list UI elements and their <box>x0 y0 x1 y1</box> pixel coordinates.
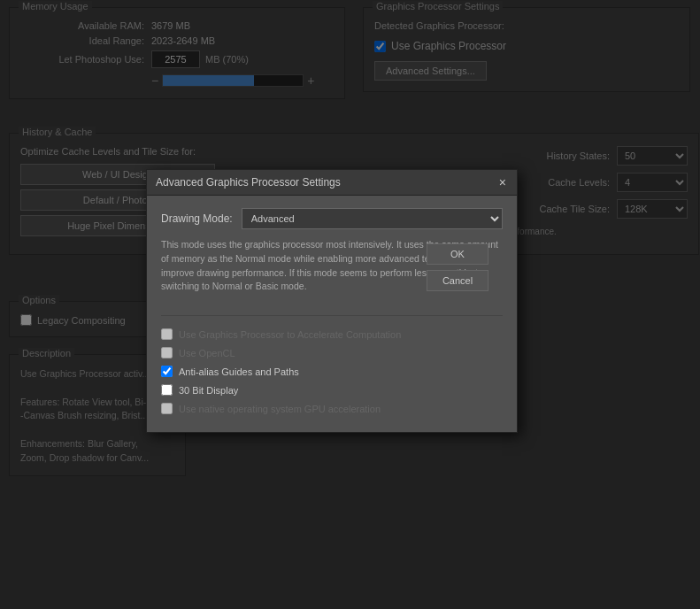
accelerate-computation-checkbox[interactable] <box>161 328 173 340</box>
drawing-mode-label: Drawing Mode: <box>161 212 233 225</box>
30bit-display-label: 30 Bit Display <box>179 385 238 396</box>
modal-titlebar: Advanced Graphics Processor Settings × <box>147 170 517 196</box>
anti-alias-row: Anti-alias Guides and Paths <box>161 366 503 377</box>
modal-title: Advanced Graphics Processor Settings <box>156 176 341 189</box>
main-panel: Memory Usage Available RAM: 3679 MB Idea… <box>0 0 700 609</box>
accelerate-computation-row: Use Graphics Processor to Accelerate Com… <box>161 328 503 340</box>
modal-checkboxes: Use Graphics Processor to Accelerate Com… <box>161 315 503 414</box>
30bit-display-row: 30 Bit Display <box>161 384 503 396</box>
drawing-mode-row: Drawing Mode: Basic Normal Advanced <box>161 208 503 229</box>
native-gpu-row: Use native operating system GPU accelera… <box>161 403 503 414</box>
anti-alias-checkbox[interactable] <box>161 366 173 377</box>
accelerate-computation-label: Use Graphics Processor to Accelerate Com… <box>179 329 401 340</box>
modal-close-button[interactable]: × <box>497 176 508 189</box>
use-opencl-label: Use OpenCL <box>179 348 235 358</box>
use-opencl-row: Use OpenCL <box>161 347 503 358</box>
native-gpu-checkbox[interactable] <box>161 403 173 414</box>
anti-alias-label: Anti-alias Guides and Paths <box>179 366 299 377</box>
advanced-gpu-modal: Advanced Graphics Processor Settings × D… <box>146 169 518 433</box>
modal-body: Drawing Mode: Basic Normal Advanced This… <box>147 196 517 432</box>
use-opencl-checkbox[interactable] <box>161 347 173 358</box>
drawing-mode-select[interactable]: Basic Normal Advanced <box>242 208 503 229</box>
cancel-button[interactable]: Cancel <box>427 270 488 291</box>
ok-button[interactable]: OK <box>427 243 488 265</box>
30bit-display-checkbox[interactable] <box>161 384 173 396</box>
modal-buttons: OK Cancel <box>427 243 488 291</box>
native-gpu-label: Use native operating system GPU accelera… <box>179 404 381 414</box>
